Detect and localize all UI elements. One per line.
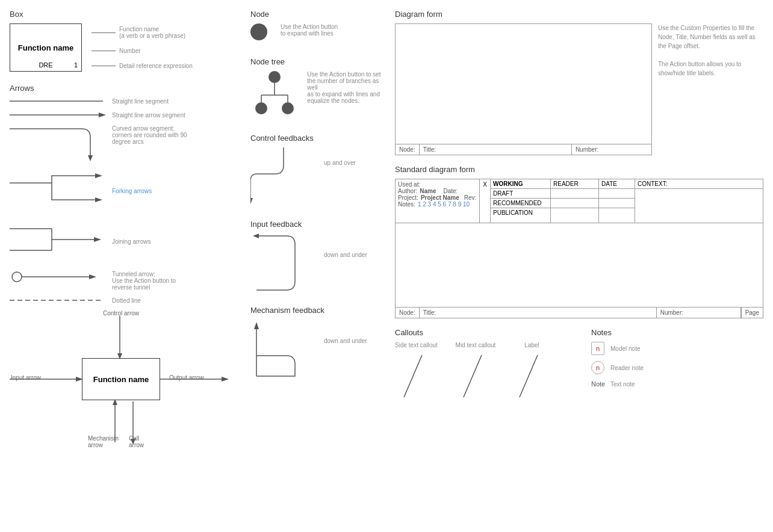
model-note-item: n Model note [591,342,763,355]
control-feedback-section: Control feedbacks up and over [250,134,383,208]
sdf-author-row: Author: Name Date: [398,188,477,194]
standard-diagram-form-section: Standard diagram form Used at: Author: N… [395,165,763,318]
sdf-working: WORKING [491,179,550,189]
svg-marker-33 [250,198,253,204]
side-callout-label: Side text callout [395,342,438,348]
arrow-row-straight-line: Straight line segment [10,97,238,105]
diagram-form-outer: Node: Title: Number: [395,23,652,155]
sdf-date-col: DATE [599,179,635,223]
label-callout-label: Label [524,342,539,348]
svg-marker-6 [95,197,102,202]
sdf-header: Used at: Author: Name Date: Project: Pro… [396,179,763,223]
svg-marker-2 [99,113,106,117]
call-arrow-label: Callarrow [129,435,144,448]
arrows-section-title: Arrows [10,84,238,93]
svg-line-37 [404,355,422,397]
diagram-form-title-cell: Title: [420,144,572,155]
svg-marker-34 [253,234,259,238]
svg-point-31 [255,102,267,114]
sdf-reader-col: READER [551,179,599,223]
node-tree-desc: Use the Action button to setthe number o… [307,71,383,104]
straight-line-desc: Straight line segment [112,98,238,105]
sdf-footer-title: Title: [420,308,657,318]
svg-line-38 [464,355,482,397]
svg-marker-14 [89,274,96,279]
sdf-footer-node: Node: [396,308,420,318]
input-feedback-desc: down and under [324,252,367,258]
reader-note-label: Reader note [610,365,644,371]
joining-arrows-desc: Joining arrows [112,238,238,245]
sdf-used-at: Used at: [398,181,477,188]
arrows-section: Arrows Straight line segment [10,84,238,304]
sdf-date-row1 [599,189,635,199]
control-feedback-svg [250,147,317,208]
diagram-form-note: Use the Custom Properties to fill the No… [652,23,763,155]
box-number: 1 [74,61,78,69]
input-arrow-label: Input arrow [11,374,41,381]
right-bottom: Callouts Side text callout Mid text call… [395,328,763,400]
box-label-name-text: Function name(a verb or a verb phrase) [119,26,185,39]
straight-line-svg [10,97,106,105]
diagram-form-node: Node: [396,144,420,155]
box-label-row-name: Function name(a verb or a verb phrase) [92,26,193,39]
sdf-footer: Node: Title: Number: Page [396,308,763,318]
arrow-visual-forking [10,170,106,212]
mid-callout-label: Mid text callout [456,342,496,348]
label-line-name [92,32,116,33]
control-feedback-title: Control feedbacks [250,134,383,143]
mechanism-feedback-section: Mechanism feedback down and under [250,306,383,380]
dotted-line-desc: Dotted line [112,297,238,304]
label-line-number [92,51,116,51]
diagram-form-number: Number: [572,144,651,155]
sdf-context-header: CONTEXT: [635,179,763,189]
box-label-number-text: Number [119,48,141,54]
arrow-visual-dotted [10,297,106,304]
node-tree-title: Node tree [250,57,383,66]
bottom-diagram: Control arrow Input arrow Output arrow M… [10,310,238,448]
node-desc: Use the Action buttonto expand with line… [281,23,338,37]
text-note-item: Note Text note [591,380,763,388]
sdf-date-header: DATE [599,179,635,189]
svg-marker-21 [222,377,229,382]
input-feedback-svg [250,234,317,294]
label-callout-svg [514,352,550,400]
arrow-row-tunneled: Tunneled arrow;Use the Action button tor… [10,271,238,291]
svg-marker-3 [88,155,93,161]
arrow-row-dotted: Dotted line [10,297,238,304]
sdf-notes-values: 1 2 3 4 5 6 7 8 9 10 [418,201,470,208]
box-label-row-dre: Detail reference expression [92,63,193,69]
side-text-callout: Side text callout [395,342,438,400]
svg-point-32 [282,102,294,114]
arrow-visual-straight-line [10,97,106,105]
notes-section: Notes n Model note n Reader note Note [591,328,763,400]
sdf-footer-page: Page [741,308,763,318]
control-arrow-label: Control arrow [103,310,139,317]
idef0-box: Function name 1 DRE [10,23,82,72]
mechanism-feedback-svg [250,320,317,380]
svg-point-26 [269,71,281,83]
node-section-title: Node [250,10,383,19]
svg-marker-11 [94,237,101,242]
node-tree-section: Node tree Use the Action button to setth… [250,57,383,122]
input-feedback-title: Input feedback [250,220,383,229]
box-label-row-number: Number [92,48,193,54]
input-feedback-section: Input feedback down and under [250,220,383,294]
diagram-form-body [396,24,651,144]
mechanism-arrow-label: Mechanismarrow [88,435,119,448]
box-section-title: Box [10,10,238,19]
output-arrow-label: Output arrow [169,374,204,381]
sdf-context-col: CONTEXT: [635,179,763,223]
sdf-reader-row1 [551,189,598,199]
arrow-row-forking: Forking arrows [10,170,238,212]
joining-arrows-svg [10,220,106,262]
curved-arrow-svg [10,125,106,161]
control-feedback-desc: up and over [324,159,356,166]
arrow-row-curved-arrow: Curved arrow segment;corners are rounded… [10,125,238,161]
sdf-date-row2 [599,199,635,208]
svg-marker-5 [95,173,102,178]
sdf-footer-number: Number: [657,308,741,318]
mid-text-callout: Mid text callout [456,342,496,400]
sdf-reader-header: READER [551,179,598,189]
diagram-form-title: Diagram form [395,10,763,19]
box-labels: Function name(a verb or a verb phrase) N… [92,23,193,69]
